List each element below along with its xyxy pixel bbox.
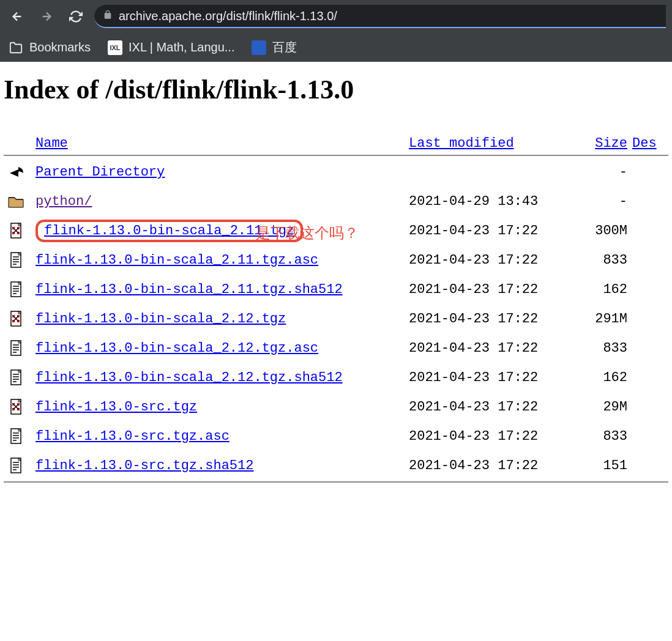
text-icon xyxy=(4,251,35,269)
archive-icon xyxy=(4,222,35,239)
page-title: Index of /dist/flink/flink-1.13.0 xyxy=(4,74,668,105)
file-link[interactable]: flink-1.13.0-bin-scala_2.12.tgz xyxy=(35,311,286,327)
text-icon xyxy=(4,339,35,357)
address-bar[interactable]: archive.apache.org/dist/flink/flink-1.13… xyxy=(94,5,666,28)
file-size: 291M xyxy=(574,311,632,327)
lock-icon xyxy=(103,10,113,22)
url-text: archive.apache.org/dist/flink/flink-1.13… xyxy=(119,9,337,23)
table-row: flink-1.13.0-bin-scala_2.12.tgz2021-04-2… xyxy=(4,304,668,333)
file-size: 29M xyxy=(574,399,632,415)
file-size: - xyxy=(574,194,632,209)
file-size: 833 xyxy=(574,429,632,444)
bookmarks-bar: Bookmarks IXL IXL | Math, Langu... 🐾 百度 xyxy=(0,33,672,62)
folder-icon xyxy=(4,193,35,210)
file-date: 2021-04-23 17:22 xyxy=(409,253,574,268)
file-size: - xyxy=(574,165,632,180)
table-row: flink-1.13.0-bin-scala_2.12.tgz.asc2021-… xyxy=(4,333,668,363)
baidu-icon: 🐾 xyxy=(252,40,266,55)
file-link[interactable]: flink-1.13.0-src.tgz.asc xyxy=(35,429,230,444)
file-name-cell: flink-1.13.0-src.tgz xyxy=(35,399,409,415)
archive-icon xyxy=(4,398,35,415)
ixl-icon: IXL xyxy=(108,40,122,55)
table-row: flink-1.13.0-bin-scala_2.12.tgz.sha51220… xyxy=(4,363,668,392)
file-name-cell: flink-1.13.0-bin-scala_2.12.tgz xyxy=(35,311,409,327)
file-size: 151 xyxy=(574,458,632,473)
table-row: flink-1.13.0-src.tgz.asc2021-04-23 17:22… xyxy=(4,421,668,451)
table-row: flink-1.13.0-src.tgz2021-04-23 17:22 29M xyxy=(4,392,668,421)
file-name-cell: flink-1.13.0-bin-scala_2.11.tgz.sha512 xyxy=(35,282,409,297)
sort-lastmod[interactable]: Last modified xyxy=(409,136,514,151)
file-link[interactable]: flink-1.13.0-src.tgz.sha512 xyxy=(35,458,253,473)
sort-size[interactable]: Size xyxy=(595,136,627,151)
file-name-cell: Parent Directory xyxy=(35,165,409,180)
user-annotation: 是下载这个吗？ xyxy=(256,223,359,243)
file-link[interactable]: python/ xyxy=(35,194,92,209)
bookmarks-folder[interactable]: Bookmarks xyxy=(9,40,91,55)
text-icon xyxy=(4,457,35,474)
file-date: 2021-04-23 17:22 xyxy=(409,223,574,239)
file-date: 2021-04-23 17:22 xyxy=(409,370,574,385)
archive-icon xyxy=(4,310,35,327)
file-size: 833 xyxy=(574,253,632,268)
file-size: 162 xyxy=(574,370,632,385)
divider xyxy=(4,481,668,483)
folder-icon xyxy=(9,40,23,55)
divider xyxy=(4,155,668,156)
bookmark-label: Bookmarks xyxy=(29,40,91,54)
reload-button[interactable] xyxy=(65,6,87,28)
file-name-cell: flink-1.13.0-bin-scala_2.12.tgz.sha512 xyxy=(35,370,409,385)
file-date: 2021-04-23 17:22 xyxy=(409,429,574,444)
back-button[interactable] xyxy=(6,6,28,28)
table-row: flink-1.13.0-bin-scala_2.11.tgz.sha51220… xyxy=(4,275,668,304)
file-date: 2021-04-23 17:22 xyxy=(409,399,574,415)
file-date: 2021-04-23 17:22 xyxy=(409,341,574,356)
file-name-cell: flink-1.13.0-bin-scala_2.12.tgz.asc xyxy=(35,341,409,356)
file-name-cell: flink-1.13.0-src.tgz.asc xyxy=(35,429,409,444)
back-icon xyxy=(4,163,35,180)
table-header: Name Last modified Size Des xyxy=(4,133,668,154)
text-icon xyxy=(4,281,35,298)
bookmark-baidu[interactable]: 🐾 百度 xyxy=(252,39,297,56)
file-name-cell: flink-1.13.0-bin-scala_2.11.tgz.asc xyxy=(35,253,409,268)
table-row: python/2021-04-29 13:43- xyxy=(4,187,668,216)
file-name-cell: python/ xyxy=(35,194,409,209)
file-size: 300M xyxy=(574,223,632,239)
file-link[interactable]: flink-1.13.0-bin-scala_2.11.tgz.sha512 xyxy=(35,282,343,297)
sort-desc[interactable]: Des xyxy=(632,136,657,151)
file-date: 2021-04-23 17:22 xyxy=(409,311,574,327)
bookmark-label: IXL | Math, Langu... xyxy=(129,40,234,54)
table-row: Parent Directory- xyxy=(4,157,668,187)
file-date: 2021-04-23 17:22 xyxy=(409,282,574,297)
table-row: flink-1.13.0-bin-scala_2.11.tgz.asc2021-… xyxy=(4,245,668,275)
file-date: 2021-04-23 17:22 xyxy=(409,458,574,473)
bookmark-label: 百度 xyxy=(272,39,297,56)
forward-button[interactable] xyxy=(35,6,58,28)
file-date: 2021-04-29 13:43 xyxy=(409,194,574,209)
file-link[interactable]: flink-1.13.0-bin-scala_2.12.tgz.asc xyxy=(35,341,318,356)
file-link[interactable]: flink-1.13.0-src.tgz xyxy=(35,399,197,415)
bookmark-ixl[interactable]: IXL IXL | Math, Langu... xyxy=(108,40,234,55)
file-name-cell: flink-1.13.0-src.tgz.sha512 xyxy=(35,458,409,473)
browser-nav-bar: archive.apache.org/dist/flink/flink-1.13… xyxy=(0,0,672,33)
text-icon xyxy=(4,428,35,445)
sort-name[interactable]: Name xyxy=(35,136,68,151)
table-row: flink-1.13.0-src.tgz.sha5122021-04-23 17… xyxy=(4,451,668,480)
file-link[interactable]: Parent Directory xyxy=(35,165,165,180)
file-size: 162 xyxy=(574,282,632,297)
file-size: 833 xyxy=(574,341,632,356)
file-link[interactable]: flink-1.13.0-bin-scala_2.11.tgz.asc xyxy=(35,253,318,268)
file-link[interactable]: flink-1.13.0-bin-scala_2.12.tgz.sha512 xyxy=(35,370,343,385)
text-icon xyxy=(4,369,35,386)
